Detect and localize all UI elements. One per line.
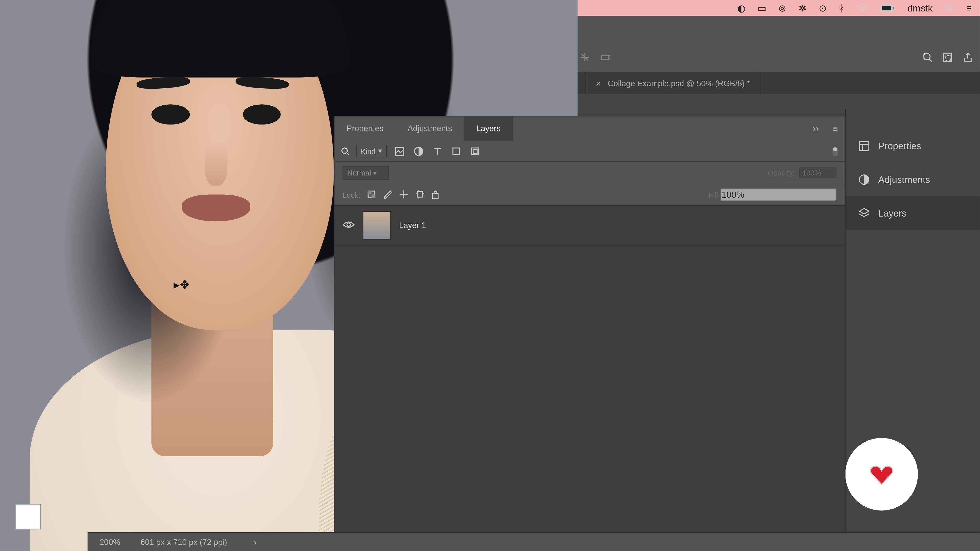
svg-rect-1 — [894, 6, 895, 10]
svg-point-8 — [923, 53, 930, 60]
controlcenter-icon[interactable]: ≡ — [966, 3, 972, 14]
filter-kind-dropdown[interactable]: Kind ▾ — [356, 144, 387, 157]
dock-properties[interactable]: Properties — [846, 129, 980, 163]
svg-point-3 — [946, 4, 952, 11]
3d-slide-icon — [580, 52, 590, 65]
svg-rect-34 — [372, 194, 375, 197]
blendmode-dropdown[interactable]: Normal ▾ — [342, 166, 389, 179]
filter-type-icon[interactable] — [431, 145, 443, 157]
svg-rect-7 — [602, 55, 609, 59]
lock-artboard-icon[interactable] — [415, 189, 425, 200]
filter-shape-icon[interactable] — [450, 145, 462, 157]
doc-tab-2[interactable]: × Collage Example.psd @ 50% (RGB/8) * — [587, 73, 760, 94]
filter-toggle-icon[interactable] — [832, 146, 838, 156]
tab-label: Collage Example.psd @ 50% (RGB/8) * — [608, 79, 750, 88]
layers-list: Layer 1 — [334, 206, 845, 551]
svg-rect-36 — [433, 193, 438, 198]
opacity-label: Opacity: — [768, 169, 795, 177]
doc-info[interactable]: 601 px x 710 px (72 ppi) — [140, 537, 227, 547]
quickexport-icon[interactable] — [942, 52, 953, 65]
statusitem-3-icon[interactable]: ⊚ — [778, 3, 787, 14]
collapse-panel-icon[interactable]: ›› — [806, 116, 826, 141]
wifi-icon[interactable] — [856, 4, 869, 12]
battery-icon[interactable] — [880, 4, 895, 12]
layer-thumbnail[interactable] — [363, 211, 391, 240]
panel-menu-icon[interactable]: ≡ — [826, 116, 845, 141]
statusitem-4-icon[interactable]: ✲ — [799, 3, 807, 14]
panel-tab-properties[interactable]: Properties — [334, 116, 396, 141]
floating-badge[interactable] — [845, 438, 918, 511]
svg-point-26 — [342, 148, 347, 153]
filter-smart-icon[interactable] — [469, 145, 481, 157]
svg-rect-31 — [473, 149, 477, 153]
lock-position-icon[interactable] — [399, 189, 409, 200]
zoom-level[interactable]: 200% — [100, 537, 120, 547]
svg-point-37 — [347, 223, 350, 226]
filter-pixel-icon[interactable] — [394, 145, 406, 157]
svg-rect-2 — [882, 5, 892, 11]
panel-tabs: Properties Adjustments Layers ›› ≡ — [334, 116, 845, 141]
share-icon[interactable] — [963, 52, 973, 65]
dock-adjustments[interactable]: Adjustments — [846, 163, 980, 197]
lock-pixels-icon[interactable] — [367, 189, 376, 200]
layers-panel: Properties Adjustments Layers ›› ≡ Kind … — [334, 116, 845, 551]
close-tab-icon[interactable]: × — [596, 78, 601, 89]
layer-options-row: Normal ▾ Opacity: — [334, 162, 845, 184]
panel-tab-layers[interactable]: Layers — [464, 116, 513, 141]
statusitem-5-icon[interactable]: ⊙ — [819, 3, 827, 14]
filter-adjust-icon[interactable] — [413, 145, 425, 157]
canvas-area[interactable]: ▸✥ — [88, 129, 307, 530]
svg-rect-35 — [417, 191, 423, 197]
foreground-swatch[interactable] — [16, 504, 41, 529]
lock-label: Lock: — [342, 191, 360, 199]
dock-layers[interactable]: Layers — [846, 197, 980, 230]
statusitem-1-icon[interactable]: ◐ — [737, 3, 746, 14]
layer-name[interactable]: Layer 1 — [399, 221, 426, 230]
panel-tab-adjustments[interactable]: Adjustments — [396, 116, 464, 141]
svg-rect-10 — [945, 55, 951, 60]
svg-rect-24 — [859, 141, 869, 151]
spotlight-icon[interactable] — [945, 3, 954, 13]
fill-input[interactable] — [720, 188, 837, 201]
opacity-input[interactable] — [799, 168, 837, 178]
svg-rect-9 — [943, 53, 952, 61]
layer-row[interactable]: Layer 1 — [334, 206, 845, 246]
svg-rect-29 — [453, 148, 460, 154]
lock-all-icon[interactable] — [431, 189, 440, 200]
svg-rect-33 — [368, 191, 372, 194]
search-icon[interactable] — [922, 52, 933, 65]
statusitem-2-icon[interactable]: ▭ — [757, 3, 766, 14]
menubar-user[interactable]: dmstk — [907, 3, 932, 14]
layer-filter-row: Kind ▾ — [334, 141, 845, 162]
docinfo-chevron-icon[interactable]: › — [254, 537, 257, 547]
status-bar: 200% 601 px x 710 px (72 ppi) › — [88, 532, 980, 551]
svg-rect-27 — [396, 147, 404, 155]
visibility-icon[interactable] — [342, 219, 355, 231]
lock-brush-icon[interactable] — [383, 189, 393, 200]
3d-zoom-icon — [600, 52, 611, 65]
bluetooth-icon[interactable]: ᚼ — [839, 3, 844, 14]
fill-label: Fill: — [708, 191, 720, 199]
layer-lock-row: Lock: Fill: — [334, 184, 845, 206]
